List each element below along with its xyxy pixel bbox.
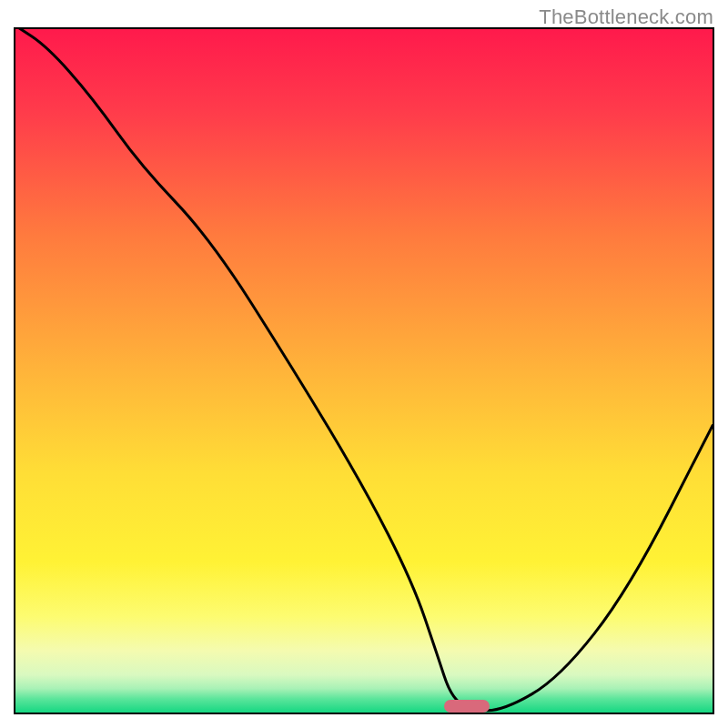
chart-area [14, 27, 714, 714]
watermark-text: TheBottleneck.com [539, 5, 713, 29]
optimal-range-marker [444, 700, 490, 713]
bottleneck-curve [15, 29, 713, 713]
curve-path [15, 27, 713, 711]
